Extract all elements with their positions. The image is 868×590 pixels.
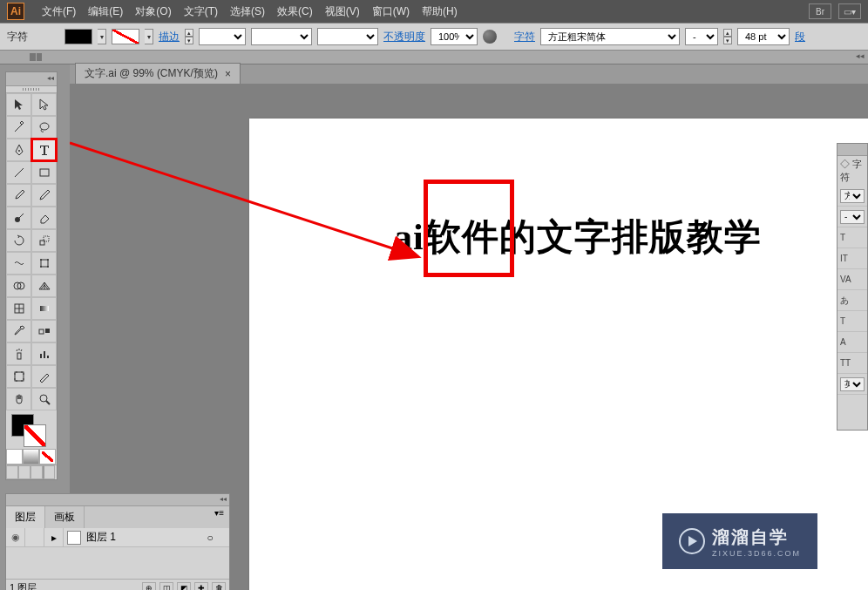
shape-builder-tool[interactable] xyxy=(6,275,31,297)
opacity-link[interactable]: 不透明度 xyxy=(383,30,425,44)
stroke-weight-input[interactable] xyxy=(199,28,246,45)
charpanel-style[interactable]: - xyxy=(840,210,865,224)
charpanel-caps-row[interactable]: TT xyxy=(837,353,867,374)
draw-normal[interactable] xyxy=(6,465,18,479)
menu-object[interactable]: 对象(O) xyxy=(135,4,171,19)
layer-row[interactable]: ▸ 图层 1 ○ xyxy=(6,528,229,547)
new-layer-icon[interactable]: ✚ xyxy=(194,582,208,591)
menu-type[interactable]: 文字(T) xyxy=(184,4,218,19)
bridge-icon[interactable]: Br xyxy=(809,3,831,19)
blend-tool[interactable] xyxy=(31,320,57,342)
stroke-link[interactable]: 描边 xyxy=(159,30,180,44)
zoom-tool[interactable] xyxy=(31,388,57,410)
artboard-tool[interactable] xyxy=(6,365,31,388)
stroke-dropdown[interactable]: ▾ xyxy=(145,29,153,44)
perspective-grid-tool[interactable] xyxy=(31,275,57,297)
font-size-spinner[interactable]: ▴▾ xyxy=(723,29,732,44)
paragraph-link[interactable]: 段 xyxy=(795,30,805,44)
arrange-icon[interactable]: ▭▾ xyxy=(838,3,861,19)
new-sublayer-icon[interactable]: ◩ xyxy=(177,582,191,591)
make-clipping-icon[interactable]: ◫ xyxy=(159,582,173,591)
screen-mode[interactable] xyxy=(43,465,55,479)
fill-swatch[interactable] xyxy=(64,29,92,44)
symbol-sprayer-tool[interactable] xyxy=(6,342,31,365)
rectangle-tool[interactable] xyxy=(31,161,57,184)
svg-rect-17 xyxy=(45,329,50,333)
close-tab-icon[interactable]: × xyxy=(225,68,231,80)
color-mode-none[interactable] xyxy=(39,449,56,465)
charpanel-size-row[interactable]: T xyxy=(837,227,867,248)
stroke-swatch[interactable] xyxy=(112,29,139,44)
menu-select[interactable]: 选择(S) xyxy=(230,4,265,19)
font-size-select[interactable]: 48 pt xyxy=(737,28,790,45)
charpanel-baseline-row[interactable]: A xyxy=(837,332,867,353)
target-icon[interactable]: ○ xyxy=(203,532,217,544)
fill-dropdown[interactable]: ▾ xyxy=(98,29,106,44)
toolbox-header[interactable] xyxy=(6,72,57,86)
font-style-select[interactable]: - xyxy=(685,28,718,45)
blob-brush-tool[interactable] xyxy=(6,207,31,229)
paintbrush-tool[interactable] xyxy=(6,184,31,207)
menu-view[interactable]: 视图(V) xyxy=(325,4,360,19)
character-link[interactable]: 字符 xyxy=(514,30,535,44)
delete-layer-icon[interactable]: 🗑 xyxy=(212,582,226,591)
recolor-icon[interactable] xyxy=(483,30,497,44)
charpanel-kerning-row[interactable]: VA xyxy=(837,269,867,290)
charpanel-language[interactable]: 英语 xyxy=(840,377,865,391)
charpanel-scale-row[interactable]: T xyxy=(837,311,867,332)
stroke-color[interactable] xyxy=(24,424,46,447)
document-tab[interactable]: 文字.ai @ 99% (CMYK/预览) × xyxy=(75,63,241,84)
tab-artboards[interactable]: 画板 xyxy=(45,506,85,528)
pencil-tool[interactable] xyxy=(31,184,57,207)
layer-name[interactable]: 图层 1 xyxy=(85,530,203,545)
menu-effect[interactable]: 效果(C) xyxy=(277,4,313,19)
style-select[interactable] xyxy=(317,28,378,45)
locate-layer-icon[interactable]: ⊕ xyxy=(142,582,156,591)
eyedropper-tool[interactable] xyxy=(6,320,31,342)
menu-help[interactable]: 帮助(H) xyxy=(422,4,458,19)
slice-tool[interactable] xyxy=(31,365,57,388)
width-tool[interactable] xyxy=(6,252,31,275)
toolbox-grip[interactable] xyxy=(6,86,57,93)
column-graph-tool[interactable] xyxy=(31,342,57,365)
menu-window[interactable]: 窗口(W) xyxy=(372,4,410,19)
magic-wand-tool[interactable] xyxy=(6,116,31,139)
expand-toggle[interactable]: ▸ xyxy=(44,528,64,546)
lasso-tool[interactable] xyxy=(31,116,57,139)
gradient-tool[interactable] xyxy=(31,297,57,320)
free-transform-tool[interactable] xyxy=(31,252,57,275)
font-family-select[interactable]: 方正粗宋简体 xyxy=(540,28,680,45)
panel-menu-icon[interactable]: ▾≡ xyxy=(209,506,229,528)
color-mode-gradient[interactable] xyxy=(23,449,39,465)
draw-inside[interactable] xyxy=(31,465,43,479)
menu-file[interactable]: 文件(F) xyxy=(42,4,76,19)
hand-tool[interactable] xyxy=(6,388,31,410)
color-mode-solid[interactable] xyxy=(6,449,23,465)
brush-select[interactable] xyxy=(251,28,312,45)
menu-edit[interactable]: 编辑(E) xyxy=(88,4,123,19)
mesh-tool[interactable] xyxy=(6,297,31,320)
lock-toggle[interactable] xyxy=(25,528,44,546)
fill-stroke-control[interactable] xyxy=(6,410,57,449)
layers-panel-header[interactable] xyxy=(6,494,229,506)
opacity-input[interactable]: 100% xyxy=(431,28,478,45)
charpanel-font[interactable]: 方正 xyxy=(840,189,865,203)
direct-selection-tool[interactable] xyxy=(31,93,57,116)
type-tool[interactable] xyxy=(31,139,57,161)
line-tool[interactable] xyxy=(6,161,31,184)
visibility-toggle[interactable] xyxy=(6,528,25,546)
stroke-weight-spinner[interactable]: ▴▾ xyxy=(185,29,193,44)
svg-rect-15 xyxy=(40,306,49,311)
character-panel-header[interactable] xyxy=(837,144,867,156)
charpanel-tsume-row[interactable]: あ xyxy=(837,290,867,311)
charpanel-leading-row[interactable]: IT xyxy=(837,248,867,269)
rotate-tool[interactable] xyxy=(6,229,31,252)
eraser-tool[interactable] xyxy=(31,207,57,229)
layers-panel: 图层 画板 ▾≡ ▸ 图层 1 ○ 1 图层 ⊕ ◫ ◩ ✚ 🗑 xyxy=(5,493,230,590)
draw-behind[interactable] xyxy=(18,465,31,479)
svg-point-8 xyxy=(40,259,42,261)
pen-tool[interactable] xyxy=(6,139,31,161)
scale-tool[interactable] xyxy=(31,229,57,252)
selection-tool[interactable] xyxy=(6,93,31,116)
tab-layers[interactable]: 图层 xyxy=(6,506,45,528)
